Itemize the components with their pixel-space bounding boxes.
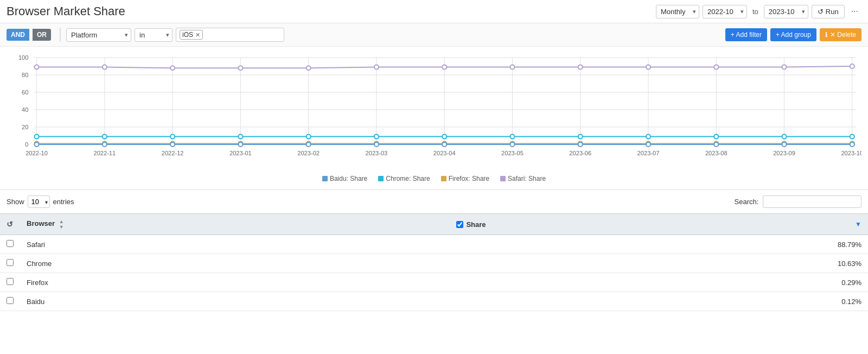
safari-legend-dot (500, 176, 506, 181)
table-row: Safari 88.79% (0, 235, 868, 254)
search-area: Search: (735, 195, 861, 208)
svg-point-68 (307, 142, 311, 147)
svg-point-75 (782, 142, 787, 147)
svg-point-43 (374, 135, 379, 139)
th-checkbox: ↺ (0, 214, 20, 235)
row-checkbox-cell (0, 254, 20, 273)
svg-point-35 (714, 65, 718, 69)
svg-text:2022-12: 2022-12 (162, 150, 184, 156)
share-cell-firefox: 0.29% (450, 273, 868, 292)
svg-point-32 (510, 65, 514, 69)
legend-baidu: Baidu: Share (322, 175, 367, 182)
table-row: Baidu 0.12% (0, 292, 868, 311)
chrome-legend-label: Chrome: Share (386, 175, 430, 182)
delete-info-icon: ℹ (825, 31, 828, 39)
platform-select[interactable]: Platform (66, 28, 131, 42)
frequency-select[interactable]: Monthly Weekly Daily (656, 5, 699, 18)
end-date-select-wrap: 2023-10 (764, 5, 808, 18)
svg-point-33 (578, 65, 583, 69)
table-body: Safari 88.79% Chrome 10.63% Firefox 0.29… (0, 235, 868, 311)
svg-text:2023-08: 2023-08 (705, 150, 727, 156)
svg-point-45 (510, 135, 514, 139)
svg-text:100: 100 (18, 54, 29, 61)
add-group-button[interactable]: + Add group (770, 28, 816, 41)
search-input[interactable] (763, 195, 861, 208)
or-button[interactable]: OR (33, 29, 51, 41)
row-checkbox-baidu[interactable] (7, 297, 14, 304)
svg-point-29 (307, 66, 311, 70)
show-entries: Show 10 25 50 entries (7, 195, 74, 208)
svg-point-28 (238, 66, 242, 70)
run-icon: ↺ (818, 8, 824, 16)
refresh-icon[interactable]: ↺ (7, 220, 13, 229)
browser-cell-baidu: Baidu (20, 292, 450, 311)
svg-text:40: 40 (22, 106, 28, 113)
firefox-legend-label: Firefox: Share (449, 175, 489, 182)
filter-right: + Add filter + Add group ℹ ✕ Delete (725, 28, 861, 41)
svg-point-40 (170, 135, 175, 139)
search-label: Search: (735, 198, 759, 206)
browser-cell-firefox: Firefox (20, 273, 450, 292)
row-checkbox-safari[interactable] (7, 240, 14, 247)
svg-text:2023-03: 2023-03 (366, 150, 388, 156)
safari-legend-label: Safari: Share (508, 175, 546, 182)
run-button[interactable]: ↺ Run (812, 5, 845, 18)
row-checkbox-cell (0, 273, 20, 292)
show-label: Show (7, 198, 24, 206)
share-filter-icon[interactable]: ▼ (855, 220, 861, 228)
tag-input[interactable]: iOS ✕ (176, 28, 284, 42)
browser-sort-icons[interactable]: ▲▼ (59, 219, 64, 230)
legend-safari: Safari: Share (500, 175, 546, 182)
share-cell-safari: 88.79% (450, 235, 868, 254)
svg-point-44 (442, 135, 446, 139)
legend-firefox: Firefox: Share (441, 175, 489, 182)
and-button[interactable]: AND (7, 29, 29, 41)
svg-text:2023-06: 2023-06 (569, 150, 591, 156)
th-browser: Browser ▲▼ (20, 214, 450, 235)
svg-point-27 (170, 66, 175, 70)
row-checkbox-cell (0, 235, 20, 254)
svg-point-64 (35, 142, 39, 147)
svg-text:60: 60 (22, 89, 28, 96)
baidu-legend-dot (322, 176, 328, 181)
svg-point-26 (103, 65, 107, 69)
end-date-select[interactable]: 2023-10 (764, 5, 808, 18)
th-share: Share ▼ (450, 214, 868, 235)
start-date-select-wrap: 2022-10 (703, 5, 747, 18)
operator-select[interactable]: in (135, 28, 173, 42)
row-checkbox-chrome[interactable] (7, 259, 14, 266)
entries-select[interactable]: 10 25 50 (28, 195, 50, 208)
svg-text:2022-10: 2022-10 (25, 150, 48, 156)
entries-select-wrap: 10 25 50 (28, 195, 50, 208)
add-filter-button[interactable]: + Add filter (725, 28, 767, 41)
svg-point-66 (170, 142, 175, 147)
svg-text:2022-11: 2022-11 (93, 150, 116, 156)
svg-point-42 (307, 135, 311, 139)
svg-point-73 (646, 142, 650, 147)
share-checkbox[interactable] (456, 221, 463, 228)
chrome-legend-dot (378, 176, 384, 181)
svg-point-76 (850, 142, 854, 147)
to-label: to (750, 8, 761, 16)
svg-text:2023-05: 2023-05 (501, 150, 524, 156)
svg-text:0: 0 (25, 141, 28, 148)
more-button[interactable]: ··· (848, 5, 861, 17)
svg-text:2023-02: 2023-02 (297, 150, 320, 156)
svg-text:80: 80 (22, 72, 28, 78)
svg-point-50 (850, 135, 854, 139)
firefox-legend-dot (441, 176, 446, 181)
start-date-select[interactable]: 2022-10 (703, 5, 747, 18)
share-header-left: Share (456, 220, 486, 229)
svg-point-25 (35, 65, 39, 69)
svg-point-41 (238, 135, 242, 139)
row-checkbox-firefox[interactable] (7, 278, 14, 285)
svg-text:2023-10: 2023-10 (841, 150, 861, 156)
svg-text:2023-01: 2023-01 (229, 150, 252, 156)
browser-cell-safari: Safari (20, 235, 450, 254)
baidu-legend-label: Baidu: Share (330, 175, 367, 182)
chart-legend: Baidu: Share Chrome: Share Firefox: Shar… (7, 172, 861, 187)
operator-select-wrap: in (135, 28, 173, 42)
top-bar: Browser Market Share Monthly Weekly Dail… (0, 0, 868, 23)
delete-button[interactable]: ℹ ✕ Delete (820, 28, 861, 41)
tag-remove-button[interactable]: ✕ (195, 31, 200, 39)
